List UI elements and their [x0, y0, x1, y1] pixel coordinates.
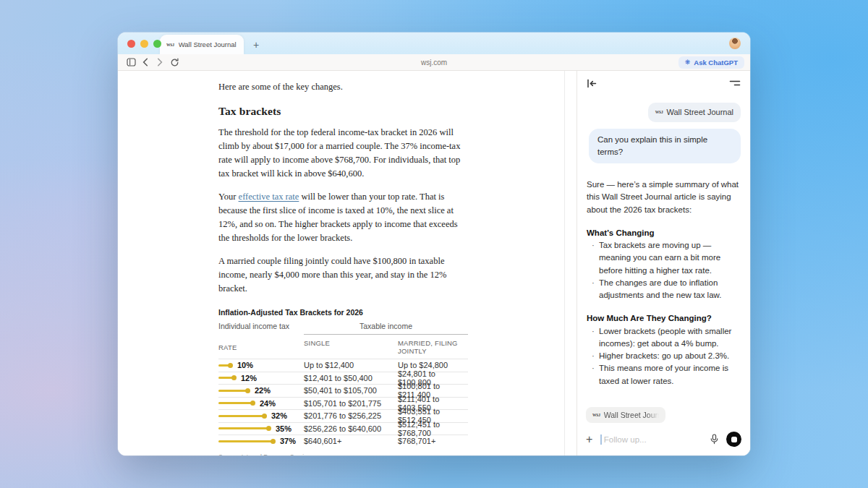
assistant-intro: Sure — here’s a simple summary of what t…	[587, 179, 741, 216]
tab-wall-street-journal[interactable]: WSJ Wall Street Journal	[160, 35, 244, 54]
rate-label: 35%	[276, 424, 292, 433]
rate-label: 12%	[241, 374, 257, 382]
col-header-rate: RATE	[218, 339, 304, 355]
new-tab-button[interactable]: +	[253, 40, 259, 50]
add-attachment-button[interactable]: +	[586, 435, 592, 445]
list-item: ·Higher brackets: go up about 2.3%.	[587, 350, 741, 362]
married-range: $768,701+	[398, 437, 468, 445]
zoom-window-button[interactable]	[153, 40, 161, 48]
table-group-right: Taxable income	[304, 322, 468, 335]
back-icon[interactable]	[138, 56, 153, 69]
table-row: 37% $640,601+ $768,701+	[218, 435, 468, 448]
forward-icon[interactable]	[153, 56, 167, 69]
assistant-section: What’s Changing ·Tax brackets are moving…	[587, 227, 741, 302]
married-range: Up to $24,800	[398, 361, 468, 369]
article-pane: Here are some of the key changes. Tax br…	[118, 71, 576, 455]
minimize-window-button[interactable]	[140, 40, 148, 48]
article-paragraph: A married couple filing jointly could ha…	[218, 254, 468, 296]
heading-tax-brackets: Tax brackets	[218, 105, 468, 118]
rate-bar	[218, 364, 231, 367]
reload-icon[interactable]	[167, 56, 182, 69]
table-title: Inflation-Adjusted Tax Brackets for 2026	[218, 308, 468, 317]
rate-label: 37%	[280, 437, 296, 445]
chat-history-icon[interactable]	[729, 79, 741, 87]
section-heading: What’s Changing	[587, 227, 741, 239]
wsj-favicon-icon: WSJ	[655, 109, 663, 115]
user-message-bubble: Can you explain this in simple terms?	[589, 129, 741, 164]
rate-bar	[218, 377, 234, 379]
col-header-married: MARRIED, FILING JOINTLY	[398, 339, 468, 355]
rate-label: 24%	[260, 399, 276, 408]
single-range: $256,226 to $640,600	[304, 424, 398, 433]
composer-context-chip[interactable]: WSJ Wall Street Journal	[586, 407, 665, 423]
chatgpt-sidebar: WSJ Wall Street Journal Can you explain …	[576, 71, 750, 455]
rate-bar	[218, 415, 265, 417]
voice-mode-button[interactable]	[726, 432, 741, 447]
stop-icon	[731, 437, 737, 442]
assistant-section: How Much Are They Changing? ·Lower brack…	[587, 312, 741, 388]
rate-label: 32%	[271, 411, 287, 420]
browser-window: WSJ Wall Street Journal + wsj.com ❋ Ask …	[118, 33, 750, 455]
effective-tax-rate-link[interactable]: effective tax rate	[239, 192, 299, 202]
tab-bar: WSJ Wall Street Journal +	[118, 33, 750, 54]
single-range: $201,776 to $256,225	[304, 411, 398, 420]
page-context-chip: WSJ Wall Street Journal	[648, 103, 741, 122]
article-intro: Here are some of the key changes.	[218, 80, 468, 94]
rate-bar	[218, 427, 269, 429]
table-group-left: Individual income tax	[218, 322, 304, 335]
followup-input[interactable]: Follow up...	[600, 435, 710, 445]
section-heading: How Much Are They Changing?	[587, 312, 741, 325]
col-header-single: SINGLE	[304, 339, 398, 355]
rate-label: 10%	[237, 361, 253, 369]
collapse-sidebar-icon[interactable]	[587, 79, 597, 88]
single-range: $12,401 to $50,400	[304, 374, 398, 382]
table-row: 35% $256,226 to $640,600 $512,451 to $76…	[218, 422, 468, 435]
rate-bar	[218, 440, 273, 442]
list-item: ·The changes are due to inflation adjust…	[587, 277, 741, 302]
single-range: Up to $12,400	[304, 361, 398, 369]
list-item: ·This means more of your income is taxed…	[587, 362, 741, 388]
list-item: ·Tax brackets are moving up — meaning yo…	[587, 239, 741, 277]
single-range: $105,701 to $201,775	[304, 399, 398, 408]
rate-bar	[218, 390, 248, 392]
openai-logo-icon: ❋	[685, 59, 691, 66]
article-paragraph: The threshold for the top federal income…	[218, 126, 468, 181]
article-paragraph: Your effective tax rate will be lower th…	[218, 190, 468, 245]
text-cursor	[600, 435, 602, 445]
close-window-button[interactable]	[127, 40, 135, 48]
wsj-favicon-icon: WSJ	[592, 413, 600, 417]
input-placeholder: Follow up...	[604, 435, 647, 444]
table-source: Source: Internal Revenue Service	[218, 453, 468, 456]
single-range: $640,601+	[304, 437, 398, 445]
chat-composer: WSJ Wall Street Journal + Follow up...	[577, 401, 750, 455]
tax-brackets-table: Inflation-Adjusted Tax Brackets for 2026…	[218, 308, 468, 455]
address-bar[interactable]: wsj.com	[118, 59, 750, 67]
list-item: ·Lower brackets (people with smaller inc…	[587, 325, 741, 351]
sidebar-toggle-icon[interactable]	[124, 56, 138, 69]
rate-label: 22%	[255, 386, 271, 395]
tab-title: Wall Street Journal	[179, 40, 237, 48]
profile-avatar[interactable]	[729, 38, 741, 49]
dictation-mic-icon[interactable]	[710, 434, 719, 445]
browser-toolbar: wsj.com ❋ Ask ChatGPT	[118, 54, 750, 71]
wsj-favicon-icon: WSJ	[166, 43, 174, 47]
ask-chatgpt-button[interactable]: ❋ Ask ChatGPT	[678, 56, 744, 69]
married-range: $512,451 to $768,700	[398, 420, 468, 437]
window-controls	[127, 33, 161, 54]
single-range: $50,401 to $105,700	[304, 386, 398, 395]
rate-bar	[218, 402, 253, 404]
